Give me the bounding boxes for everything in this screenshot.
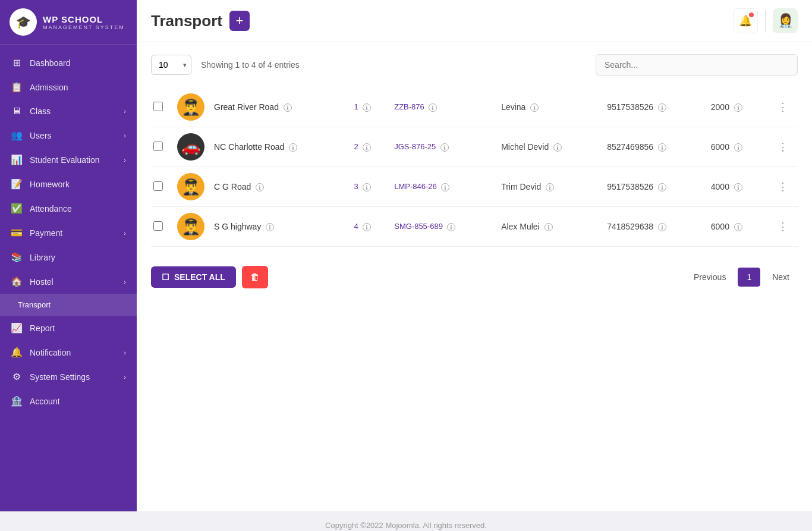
avatar-image: 👩‍⚕️ (778, 13, 794, 29)
brand-subtitle: MANAGEMENT SYSTEM (43, 24, 125, 30)
row-checkbox[interactable] (153, 142, 163, 151)
route-number-cell: 2 ℹ (350, 127, 390, 167)
more-actions-button[interactable]: ⋮ (773, 98, 793, 116)
chevron-right-icon: › (124, 278, 126, 285)
row-checkbox[interactable] (153, 221, 163, 231)
sidebar-item-transport[interactable]: Transport (0, 294, 137, 316)
chevron-right-icon: › (124, 230, 126, 237)
sidebar-item-dashboard[interactable]: ⊞ Dashboard (0, 51, 137, 75)
student-eval-icon: 📊 (11, 154, 23, 165)
sidebar-item-label: Dashboard (30, 58, 71, 68)
pagination-buttons: Previous 1 Next (685, 268, 798, 287)
route-info-icon[interactable]: ℹ (256, 183, 264, 191)
sidebar-item-class[interactable]: 🖥 Class › (0, 99, 137, 123)
row-checkbox-cell (151, 127, 172, 167)
sidebar-item-label: Student Evaluation (30, 155, 100, 165)
account-icon: 🏦 (11, 395, 23, 407)
vehicle-info-icon[interactable]: ℹ (429, 103, 437, 112)
payment-icon: 💳 (11, 227, 23, 238)
sidebar-item-payment[interactable]: 💳 Payment › (0, 221, 137, 245)
driver-name-cell: Michel Devid ℹ (496, 127, 602, 167)
sidebar-item-attendance[interactable]: ✅ Attendance (0, 196, 137, 221)
sidebar-item-hostel[interactable]: 🏠 Hostel › (0, 269, 137, 294)
route-info-icon[interactable]: ℹ (266, 223, 274, 231)
more-actions-cell: ⋮ (768, 127, 798, 167)
sidebar-item-account[interactable]: 🏦 Account (0, 389, 137, 413)
fare-info-icon[interactable]: ℹ (734, 183, 742, 191)
phone-info-icon[interactable]: ℹ (658, 103, 666, 112)
delete-button[interactable]: 🗑 (242, 266, 268, 288)
search-input[interactable] (596, 54, 798, 76)
route-name-cell: C G Road ℹ (209, 167, 350, 207)
row-checkbox[interactable] (153, 181, 163, 191)
sidebar-item-homework[interactable]: 📝 Homework (0, 172, 137, 196)
phone-cell: 9517538526 ℹ (602, 87, 706, 127)
attendance-icon: ✅ (11, 203, 23, 214)
more-actions-button[interactable]: ⋮ (773, 138, 793, 156)
action-buttons: ☐ SELECT ALL 🗑 (151, 266, 268, 288)
driver-name-cell: Alex Mulei ℹ (496, 207, 602, 247)
driver-avatar: 👨‍✈️ (177, 93, 204, 121)
row-checkbox[interactable] (153, 102, 163, 111)
vehicle-cell: LMP-846-26 ℹ (389, 167, 496, 207)
sidebar-item-users[interactable]: 👥 Users › (0, 123, 137, 147)
more-actions-button[interactable]: ⋮ (773, 178, 793, 196)
sidebar-item-label: System Settings (30, 372, 90, 382)
admission-icon: 📋 (11, 81, 23, 93)
page-1-button[interactable]: 1 (738, 268, 760, 287)
sidebar: 🎓 WP SCHOOL MANAGEMENT SYSTEM ⊞ Dashboar… (0, 0, 137, 511)
table-area: 10 25 50 100 ▾ Showing 1 to 4 of 4 entri… (137, 42, 812, 511)
sidebar-item-report[interactable]: 📈 Report (0, 316, 137, 340)
sidebar-logo: 🎓 WP SCHOOL MANAGEMENT SYSTEM (0, 0, 137, 45)
next-page-button[interactable]: Next (764, 268, 798, 286)
phone-info-icon[interactable]: ℹ (658, 143, 666, 152)
table-controls: 10 25 50 100 ▾ Showing 1 to 4 of 4 entri… (151, 54, 798, 76)
number-info-icon[interactable]: ℹ (363, 103, 371, 112)
row-checkbox-cell (151, 207, 172, 247)
sidebar-item-notification[interactable]: 🔔 Notification › (0, 340, 137, 365)
fare-cell: 4000 ℹ (706, 167, 768, 207)
logo-icon: 🎓 (10, 8, 37, 36)
number-info-icon[interactable]: ℹ (363, 183, 371, 191)
sidebar-item-label: Users (30, 131, 52, 140)
select-all-button[interactable]: ☐ SELECT ALL (151, 266, 236, 288)
route-number-cell: 4 ℹ (350, 207, 390, 247)
entries-select-wrapper: 10 25 50 100 ▾ (151, 55, 191, 75)
fare-info-icon[interactable]: ℹ (734, 223, 742, 231)
sidebar-item-system-settings[interactable]: ⚙ System Settings › (0, 365, 137, 389)
add-transport-button[interactable]: + (229, 11, 250, 31)
fare-info-icon[interactable]: ℹ (734, 103, 742, 112)
sidebar-item-library[interactable]: 📚 Library (0, 245, 137, 269)
more-actions-button[interactable]: ⋮ (773, 218, 793, 235)
user-avatar-button[interactable]: 👩‍⚕️ (773, 8, 798, 33)
sidebar-item-label: Report (30, 323, 55, 333)
class-icon: 🖥 (11, 106, 23, 117)
fare-info-icon[interactable]: ℹ (734, 143, 742, 152)
route-info-icon[interactable]: ℹ (289, 143, 297, 152)
driver-info-icon[interactable]: ℹ (545, 223, 553, 231)
driver-info-icon[interactable]: ℹ (553, 143, 562, 152)
vehicle-info-icon[interactable]: ℹ (447, 223, 455, 231)
vehicle-info-icon[interactable]: ℹ (440, 143, 449, 152)
sidebar-item-label: Class (30, 106, 51, 116)
route-info-icon[interactable]: ℹ (284, 103, 292, 112)
pagination-area: ☐ SELECT ALL 🗑 Previous 1 Next (151, 261, 798, 293)
driver-info-icon[interactable]: ℹ (546, 183, 554, 191)
row-checkbox-cell (151, 87, 172, 127)
number-info-icon[interactable]: ℹ (363, 143, 371, 152)
top-header: Transport + 🔔 👩‍⚕️ (137, 0, 812, 42)
phone-info-icon[interactable]: ℹ (658, 183, 666, 191)
sidebar-item-student-eval[interactable]: 📊 Student Evaluation › (0, 147, 137, 172)
driver-info-icon[interactable]: ℹ (530, 103, 539, 112)
checkbox-icon: ☐ (162, 272, 169, 282)
previous-page-button[interactable]: Previous (685, 268, 734, 286)
vehicle-cell: SMG-855-689 ℹ (389, 207, 496, 247)
route-number-cell: 3 ℹ (350, 167, 390, 207)
entries-per-page-select[interactable]: 10 25 50 100 (151, 55, 191, 75)
phone-info-icon[interactable]: ℹ (658, 223, 666, 231)
more-actions-cell: ⋮ (768, 167, 798, 207)
notification-button[interactable]: 🔔 (733, 8, 758, 33)
vehicle-info-icon[interactable]: ℹ (441, 183, 449, 191)
number-info-icon[interactable]: ℹ (363, 223, 371, 231)
sidebar-item-admission[interactable]: 📋 Admission (0, 75, 137, 99)
